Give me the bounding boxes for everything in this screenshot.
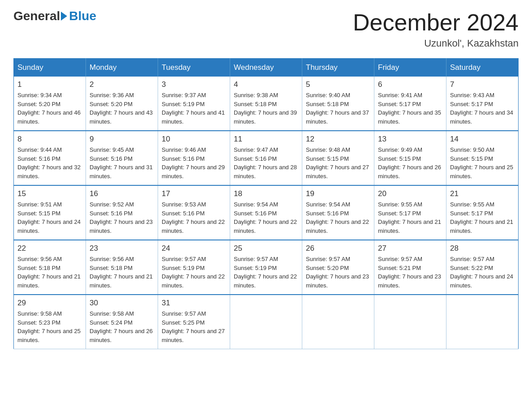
table-row: 1 Sunrise: 9:34 AM Sunset: 5:20 PM Dayli… xyxy=(14,77,86,131)
table-row: 22 Sunrise: 9:56 AM Sunset: 5:18 PM Dayl… xyxy=(14,240,86,295)
day-number: 3 xyxy=(162,80,226,89)
col-monday: Monday xyxy=(86,59,158,77)
month-title: December 2024 xyxy=(353,9,519,36)
day-info: Sunrise: 9:57 AM Sunset: 5:22 PM Dayligh… xyxy=(450,255,515,290)
day-info: Sunrise: 9:57 AM Sunset: 5:19 PM Dayligh… xyxy=(162,255,226,290)
day-number: 30 xyxy=(90,299,154,308)
table-row: 24 Sunrise: 9:57 AM Sunset: 5:19 PM Dayl… xyxy=(158,240,230,295)
table-row: 26 Sunrise: 9:57 AM Sunset: 5:20 PM Dayl… xyxy=(302,240,374,295)
day-number: 13 xyxy=(378,135,442,144)
day-number: 1 xyxy=(17,80,82,89)
day-number: 27 xyxy=(378,244,442,253)
day-number: 20 xyxy=(378,189,442,198)
day-number: 14 xyxy=(450,135,515,144)
day-info: Sunrise: 9:52 AM Sunset: 5:16 PM Dayligh… xyxy=(90,200,154,235)
day-number: 29 xyxy=(17,299,82,308)
day-number: 15 xyxy=(17,189,82,198)
table-row: 4 Sunrise: 9:38 AM Sunset: 5:18 PM Dayli… xyxy=(230,77,302,131)
day-info: Sunrise: 9:54 AM Sunset: 5:16 PM Dayligh… xyxy=(234,200,298,235)
day-info: Sunrise: 9:56 AM Sunset: 5:18 PM Dayligh… xyxy=(17,255,82,290)
table-row: 3 Sunrise: 9:37 AM Sunset: 5:19 PM Dayli… xyxy=(158,77,230,131)
day-info: Sunrise: 9:48 AM Sunset: 5:15 PM Dayligh… xyxy=(306,146,370,180)
table-row: 27 Sunrise: 9:57 AM Sunset: 5:21 PM Dayl… xyxy=(374,240,446,295)
day-number: 4 xyxy=(234,80,298,89)
day-info: Sunrise: 9:40 AM Sunset: 5:18 PM Dayligh… xyxy=(306,91,370,126)
table-row: 5 Sunrise: 9:40 AM Sunset: 5:18 PM Dayli… xyxy=(302,77,374,131)
day-number: 2 xyxy=(90,80,154,89)
day-info: Sunrise: 9:57 AM Sunset: 5:19 PM Dayligh… xyxy=(234,255,298,290)
calendar-table: Sunday Monday Tuesday Wednesday Thursday… xyxy=(13,58,519,349)
day-number: 25 xyxy=(234,244,298,253)
day-number: 24 xyxy=(162,244,226,253)
col-saturday: Saturday xyxy=(446,59,519,77)
day-info: Sunrise: 9:55 AM Sunset: 5:17 PM Dayligh… xyxy=(450,200,515,235)
calendar-week-row: 29 Sunrise: 9:58 AM Sunset: 5:23 PM Dayl… xyxy=(14,295,519,349)
col-friday: Friday xyxy=(374,59,446,77)
day-number: 7 xyxy=(450,80,515,89)
table-row: 29 Sunrise: 9:58 AM Sunset: 5:23 PM Dayl… xyxy=(14,295,86,349)
day-number: 22 xyxy=(17,244,82,253)
day-info: Sunrise: 9:37 AM Sunset: 5:19 PM Dayligh… xyxy=(162,91,226,126)
day-info: Sunrise: 9:57 AM Sunset: 5:20 PM Dayligh… xyxy=(306,255,370,290)
calendar-week-row: 1 Sunrise: 9:34 AM Sunset: 5:20 PM Dayli… xyxy=(14,77,519,131)
table-row: 30 Sunrise: 9:58 AM Sunset: 5:24 PM Dayl… xyxy=(86,295,158,349)
day-info: Sunrise: 9:57 AM Sunset: 5:25 PM Dayligh… xyxy=(162,309,226,344)
col-wednesday: Wednesday xyxy=(230,59,302,77)
day-info: Sunrise: 9:58 AM Sunset: 5:23 PM Dayligh… xyxy=(17,309,82,344)
table-row: 16 Sunrise: 9:52 AM Sunset: 5:16 PM Dayl… xyxy=(86,185,158,240)
day-info: Sunrise: 9:58 AM Sunset: 5:24 PM Dayligh… xyxy=(90,309,154,344)
col-thursday: Thursday xyxy=(302,59,374,77)
day-info: Sunrise: 9:36 AM Sunset: 5:20 PM Dayligh… xyxy=(90,91,154,126)
table-row xyxy=(302,295,374,349)
day-number: 19 xyxy=(306,189,370,198)
day-info: Sunrise: 9:47 AM Sunset: 5:16 PM Dayligh… xyxy=(234,146,298,180)
day-number: 18 xyxy=(234,189,298,198)
day-info: Sunrise: 9:54 AM Sunset: 5:16 PM Dayligh… xyxy=(306,200,370,235)
table-row: 11 Sunrise: 9:47 AM Sunset: 5:16 PM Dayl… xyxy=(230,131,302,185)
day-info: Sunrise: 9:57 AM Sunset: 5:21 PM Dayligh… xyxy=(378,255,442,290)
calendar-week-row: 8 Sunrise: 9:44 AM Sunset: 5:16 PM Dayli… xyxy=(14,131,519,185)
table-row: 23 Sunrise: 9:56 AM Sunset: 5:18 PM Dayl… xyxy=(86,240,158,295)
logo-text: General Blue xyxy=(13,9,96,23)
day-info: Sunrise: 9:43 AM Sunset: 5:17 PM Dayligh… xyxy=(450,91,515,126)
day-number: 12 xyxy=(306,135,370,144)
day-number: 6 xyxy=(378,80,442,89)
location-text: Uzunkol', Kazakhstan xyxy=(353,38,519,49)
table-row: 31 Sunrise: 9:57 AM Sunset: 5:25 PM Dayl… xyxy=(158,295,230,349)
logo-blue-part: Blue xyxy=(60,9,96,23)
day-info: Sunrise: 9:44 AM Sunset: 5:16 PM Dayligh… xyxy=(17,146,82,180)
logo-arrow-icon xyxy=(61,12,67,21)
day-info: Sunrise: 9:56 AM Sunset: 5:18 PM Dayligh… xyxy=(90,255,154,290)
table-row: 15 Sunrise: 9:51 AM Sunset: 5:15 PM Dayl… xyxy=(14,185,86,240)
title-section: December 2024 Uzunkol', Kazakhstan xyxy=(353,9,519,49)
day-number: 16 xyxy=(90,189,154,198)
day-info: Sunrise: 9:34 AM Sunset: 5:20 PM Dayligh… xyxy=(17,91,82,126)
day-info: Sunrise: 9:51 AM Sunset: 5:15 PM Dayligh… xyxy=(17,200,82,235)
table-row: 17 Sunrise: 9:53 AM Sunset: 5:16 PM Dayl… xyxy=(158,185,230,240)
table-row xyxy=(374,295,446,349)
day-number: 11 xyxy=(234,135,298,144)
table-row: 8 Sunrise: 9:44 AM Sunset: 5:16 PM Dayli… xyxy=(14,131,86,185)
day-number: 10 xyxy=(162,135,226,144)
table-row: 20 Sunrise: 9:55 AM Sunset: 5:17 PM Dayl… xyxy=(374,185,446,240)
table-row: 25 Sunrise: 9:57 AM Sunset: 5:19 PM Dayl… xyxy=(230,240,302,295)
day-info: Sunrise: 9:46 AM Sunset: 5:16 PM Dayligh… xyxy=(162,146,226,180)
day-number: 21 xyxy=(450,189,515,198)
logo-general-text: General xyxy=(13,9,60,23)
calendar-week-row: 22 Sunrise: 9:56 AM Sunset: 5:18 PM Dayl… xyxy=(14,240,519,295)
logo-blue-text: Blue xyxy=(69,9,96,23)
day-info: Sunrise: 9:55 AM Sunset: 5:17 PM Dayligh… xyxy=(378,200,442,235)
day-number: 28 xyxy=(450,244,515,253)
table-row: 7 Sunrise: 9:43 AM Sunset: 5:17 PM Dayli… xyxy=(446,77,519,131)
col-tuesday: Tuesday xyxy=(158,59,230,77)
table-row: 9 Sunrise: 9:45 AM Sunset: 5:16 PM Dayli… xyxy=(86,131,158,185)
calendar-week-row: 15 Sunrise: 9:51 AM Sunset: 5:15 PM Dayl… xyxy=(14,185,519,240)
day-number: 8 xyxy=(17,135,82,144)
table-row xyxy=(230,295,302,349)
col-sunday: Sunday xyxy=(14,59,86,77)
table-row: 28 Sunrise: 9:57 AM Sunset: 5:22 PM Dayl… xyxy=(446,240,519,295)
day-number: 5 xyxy=(306,80,370,89)
table-row: 2 Sunrise: 9:36 AM Sunset: 5:20 PM Dayli… xyxy=(86,77,158,131)
day-info: Sunrise: 9:41 AM Sunset: 5:17 PM Dayligh… xyxy=(378,91,442,126)
table-row: 14 Sunrise: 9:50 AM Sunset: 5:15 PM Dayl… xyxy=(446,131,519,185)
